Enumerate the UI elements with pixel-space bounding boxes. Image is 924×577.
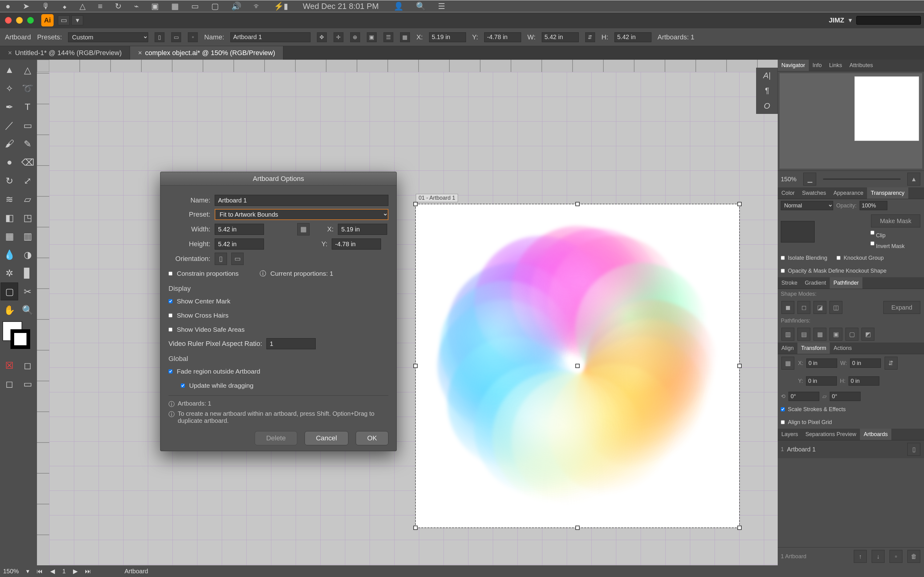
dlg-portrait-icon[interactable]: ▯ [215, 253, 227, 265]
tab-separations[interactable]: Separations Preview [802, 429, 860, 440]
tab-attributes[interactable]: Attributes [846, 60, 877, 71]
status-prev-icon[interactable]: ◀ [50, 567, 55, 575]
doc-tab-untitled[interactable]: × Untitled-1* @ 144% (RGB/Preview) [0, 46, 130, 60]
help-search-input[interactable] [856, 16, 921, 25]
new-artboard-icon[interactable]: ▫ [890, 550, 903, 563]
dlg-center-mark-checkbox[interactable] [168, 296, 173, 307]
tab-navigator[interactable]: Navigator [778, 60, 809, 71]
make-mask-button[interactable]: Make Mask [871, 214, 920, 227]
brush-tool-icon[interactable]: 🖌 [1, 135, 18, 153]
close-icon[interactable]: × [138, 49, 142, 57]
dlg-ratio-input[interactable] [267, 338, 316, 349]
tab-transparency[interactable]: Transparency [867, 187, 908, 199]
window-zoom-button[interactable] [27, 17, 34, 24]
blob-brush-tool-icon[interactable]: ● [1, 153, 18, 171]
cloud-user[interactable]: JIMZ [829, 16, 844, 24]
eyedropper-tool-icon[interactable]: 💧 [1, 246, 18, 263]
dlg-fade-checkbox[interactable] [168, 366, 173, 377]
dlg-update-drag-checkbox[interactable] [181, 380, 185, 391]
status-spotlight-icon[interactable]: 🔍 [416, 2, 426, 11]
dlg-preset-select[interactable]: Fit to Artwork Bounds [215, 209, 388, 220]
intersect-icon[interactable]: ◪ [813, 301, 826, 314]
gradient-tool-icon[interactable]: ▥ [19, 227, 36, 245]
resize-handle-s[interactable] [575, 525, 580, 530]
tab-artboards[interactable]: Artboards [860, 429, 891, 440]
knockout-group-checkbox[interactable] [837, 253, 840, 263]
navigator-thumbnail[interactable] [855, 76, 919, 141]
dlg-cross-hairs-checkbox[interactable] [168, 310, 173, 321]
resize-handle-w[interactable] [414, 364, 418, 368]
tab-layers[interactable]: Layers [778, 429, 802, 440]
resize-handle-e[interactable] [737, 364, 741, 368]
transform-y-input[interactable] [806, 376, 837, 385]
dlg-name-input[interactable] [215, 195, 388, 206]
ctrl-crosshair-icon[interactable]: ⊕ [350, 32, 360, 42]
character-panel-icon[interactable]: A| [763, 71, 771, 80]
artboard-tool-icon[interactable]: ▢ [1, 282, 18, 300]
move-up-icon[interactable]: ↑ [854, 550, 867, 563]
zoom-in-icon[interactable]: ▲ [907, 172, 920, 185]
line-tool-icon[interactable]: ／ [1, 116, 18, 134]
window-close-button[interactable] [5, 17, 12, 24]
lasso-tool-icon[interactable]: ➰ [19, 79, 36, 97]
status-box-icon[interactable]: ▣ [151, 2, 159, 11]
status-grid-icon[interactable]: ▦ [171, 2, 179, 11]
ctrl-landscape-icon[interactable]: ▭ [171, 32, 181, 42]
resize-handle-n[interactable] [575, 202, 580, 206]
stroke-swatch-icon[interactable] [10, 329, 30, 349]
zoom-slider[interactable] [823, 179, 901, 180]
width-tool-icon[interactable]: ≋ [1, 190, 18, 208]
dlg-ok-button[interactable]: OK [356, 431, 388, 445]
dlg-constrain-checkbox[interactable] [168, 268, 173, 279]
free-transform-tool-icon[interactable]: ▱ [19, 190, 36, 208]
artboards-row[interactable]: 1 Artboard 1 ▯ [778, 440, 924, 458]
ctrl-link-wh-icon[interactable]: ⇵ [585, 32, 595, 42]
ctrl-safe-area-icon[interactable]: ▣ [367, 32, 377, 42]
ctrl-y-input[interactable] [484, 32, 521, 42]
opacity-input[interactable] [859, 201, 887, 210]
rectangle-tool-icon[interactable]: ▭ [19, 116, 36, 134]
resize-handle-nw[interactable] [414, 202, 418, 206]
pixel-grid-checkbox[interactable] [781, 417, 785, 427]
dlg-height-input[interactable] [215, 239, 264, 250]
ctrl-move-with-art-icon[interactable]: ✥ [317, 32, 327, 42]
tab-color[interactable]: Color [778, 187, 798, 199]
type-tool-icon[interactable]: T [19, 98, 36, 116]
scale-strokes-checkbox[interactable] [781, 405, 785, 414]
ctrl-x-input[interactable] [429, 32, 466, 42]
status-rec-icon[interactable]: ● [6, 2, 10, 11]
tab-stroke[interactable]: Stroke [778, 277, 801, 288]
dlg-x-input[interactable] [338, 224, 387, 235]
graph-tool-icon[interactable]: ▊ [19, 264, 36, 282]
status-battery-icon[interactable]: ⚡▮ [274, 2, 288, 11]
tab-info[interactable]: Info [809, 60, 825, 71]
perspective-tool-icon[interactable]: ◳ [19, 209, 36, 227]
mesh-tool-icon[interactable]: ▦ [1, 227, 18, 245]
dlg-delete-button[interactable]: Delete [255, 431, 297, 445]
dlg-landscape-icon[interactable]: ▭ [231, 253, 244, 265]
tab-align[interactable]: Align [778, 343, 797, 354]
tab-pathfinder[interactable]: Pathfinder [830, 277, 863, 288]
scale-tool-icon[interactable]: ⤢ [19, 172, 36, 190]
tab-links[interactable]: Links [825, 60, 846, 71]
status-user-icon[interactable]: 👤 [394, 2, 404, 11]
ctrl-options-icon[interactable]: ☰ [383, 32, 393, 42]
transform-w-input[interactable] [850, 358, 881, 368]
status-next-icon[interactable]: ▶ [73, 567, 78, 575]
magic-wand-tool-icon[interactable]: ✧ [1, 79, 18, 97]
slice-tool-icon[interactable]: ✂ [19, 282, 36, 300]
transform-refpoint-icon[interactable]: ▦ [782, 357, 794, 369]
ctrl-refpoint-icon[interactable]: ▦ [400, 32, 410, 42]
navigator-preview[interactable] [780, 73, 922, 169]
transform-h-input[interactable] [848, 376, 879, 385]
screen-mode-icon[interactable]: ▭ [19, 375, 36, 393]
ctrl-portrait-icon[interactable]: ▯ [155, 32, 165, 42]
doc-mode-icon[interactable]: ▭ [58, 15, 69, 25]
shape-builder-tool-icon[interactable]: ◧ [1, 209, 18, 227]
ruler-horizontal[interactable] [49, 60, 778, 72]
ctrl-name-input[interactable] [230, 32, 310, 42]
status-mic-icon[interactable]: 🎙 [42, 2, 50, 11]
crop-icon[interactable]: ▣ [829, 328, 842, 341]
ruler-corner[interactable] [37, 60, 49, 72]
doc-tab-complex-object[interactable]: × complex object.ai* @ 150% (RGB/Preview… [130, 46, 283, 60]
